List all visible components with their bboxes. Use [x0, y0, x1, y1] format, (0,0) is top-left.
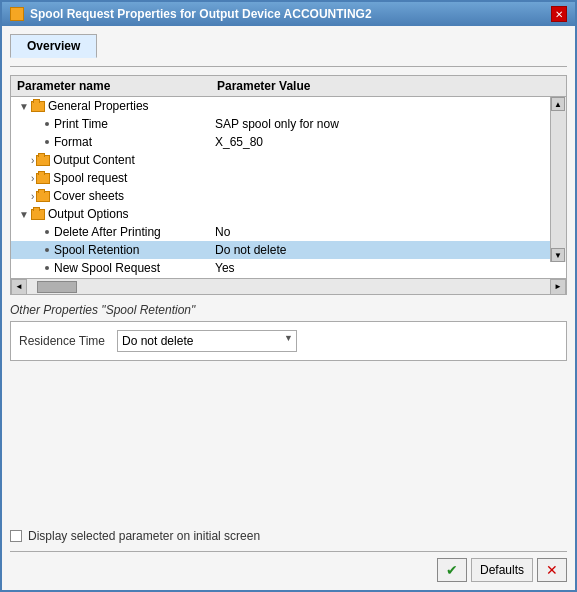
scroll-up-button[interactable]: ▲ — [551, 97, 565, 111]
horizontal-scrollbar: ◄ ► — [11, 278, 566, 294]
expand-arrow[interactable]: ▼ — [19, 101, 29, 112]
properties-box: Residence Time Do not delete 1 Day 2 Day… — [10, 321, 567, 361]
scroll-left-button[interactable]: ◄ — [11, 279, 27, 295]
bullet-icon — [45, 248, 49, 252]
scroll-down-button[interactable]: ▼ — [551, 248, 565, 262]
expand-arrow[interactable]: › — [31, 173, 34, 184]
tree-header: Parameter name Parameter Value — [11, 76, 566, 97]
expand-arrow[interactable]: › — [31, 155, 34, 166]
residence-time-select-wrapper: Do not delete 1 Day 2 Days 3 Days 4 Days… — [117, 330, 297, 352]
row-label: Cover sheets — [53, 189, 124, 203]
tree-row[interactable]: ▼ Output Options — [11, 205, 550, 223]
properties-section-title: Other Properties "Spool Retention" — [10, 303, 567, 317]
expand-arrow[interactable]: › — [31, 191, 34, 202]
defaults-label: Defaults — [480, 563, 524, 577]
folder-icon — [36, 173, 50, 184]
bullet-icon — [45, 230, 49, 234]
col2-header: Parameter Value — [217, 79, 560, 93]
confirm-button[interactable]: ✔ — [437, 558, 467, 582]
other-properties-section: Other Properties "Spool Retention" Resid… — [10, 303, 567, 361]
row-value: Do not delete — [211, 243, 550, 257]
button-bar: ✔ Defaults ✕ — [10, 551, 567, 582]
tree-body: ▼ General Properties Print Time — [11, 97, 566, 278]
close-button[interactable]: ✕ — [551, 6, 567, 22]
title-bar: Spool Request Properties for Output Devi… — [2, 2, 575, 26]
tree-row[interactable]: New Spool Request Yes — [11, 259, 550, 277]
scroll-right-button[interactable]: ► — [550, 279, 566, 295]
window-title: Spool Request Properties for Output Devi… — [30, 7, 372, 21]
tree-row[interactable]: Format X_65_80 — [11, 133, 550, 151]
row-label: Spool request — [53, 171, 127, 185]
defaults-button[interactable]: Defaults — [471, 558, 533, 582]
tree-row[interactable]: › Output Content — [11, 151, 550, 169]
row-value: No — [211, 225, 550, 239]
scroll-track — [551, 111, 566, 248]
row-label: Output Options — [48, 207, 129, 221]
residence-time-label: Residence Time — [19, 334, 109, 348]
cancel-button[interactable]: ✕ — [537, 558, 567, 582]
row-label: New Spool Request — [54, 261, 160, 275]
row-label: Spool Retention — [54, 243, 139, 257]
tree-row[interactable]: Print Time SAP spool only for now — [11, 115, 550, 133]
tree-row-selected[interactable]: Spool Retention Do not delete — [11, 241, 550, 259]
checkbox-area: Display selected parameter on initial sc… — [10, 529, 567, 543]
row-value: X_65_80 — [211, 135, 550, 149]
tree-row[interactable]: ▼ General Properties — [11, 97, 550, 115]
tree-row[interactable]: › Cover sheets — [11, 187, 550, 205]
row-value: Yes — [211, 261, 550, 275]
main-window: Spool Request Properties for Output Devi… — [0, 0, 577, 592]
separator — [10, 66, 567, 67]
tree-row[interactable]: Delete After Printing No — [11, 223, 550, 241]
row-label: Delete After Printing — [54, 225, 161, 239]
folder-icon — [36, 191, 50, 202]
folder-icon — [31, 101, 45, 112]
residence-time-select[interactable]: Do not delete 1 Day 2 Days 3 Days 4 Days… — [117, 330, 297, 352]
display-checkbox[interactable] — [10, 530, 22, 542]
check-icon: ✔ — [446, 562, 458, 578]
title-bar-left: Spool Request Properties for Output Devi… — [10, 7, 372, 21]
tab-bar: Overview — [10, 34, 567, 58]
vertical-scrollbar: ▲ ▼ — [550, 97, 566, 262]
row-label: Print Time — [54, 117, 108, 131]
window-icon — [10, 7, 24, 21]
tab-overview[interactable]: Overview — [10, 34, 97, 58]
bullet-icon — [45, 266, 49, 270]
x-icon: ✕ — [546, 562, 558, 578]
folder-icon — [31, 209, 45, 220]
checkbox-label: Display selected parameter on initial sc… — [28, 529, 260, 543]
tree-row[interactable]: › Spool request — [11, 169, 550, 187]
content-area: Overview Parameter name Parameter Value … — [2, 26, 575, 590]
row-value: SAP spool only for now — [211, 117, 550, 131]
row-label: Format — [54, 135, 92, 149]
h-scroll-track — [27, 279, 550, 294]
expand-arrow[interactable]: ▼ — [19, 209, 29, 220]
folder-icon — [36, 155, 50, 166]
bullet-icon — [45, 140, 49, 144]
tree-panel: Parameter name Parameter Value ▼ General… — [10, 75, 567, 295]
bottom-area: Display selected parameter on initial sc… — [10, 361, 567, 582]
row-label: General Properties — [48, 99, 149, 113]
col1-header: Parameter name — [17, 79, 217, 93]
row-label: Output Content — [53, 153, 134, 167]
bullet-icon — [45, 122, 49, 126]
h-scroll-thumb[interactable] — [37, 281, 77, 293]
